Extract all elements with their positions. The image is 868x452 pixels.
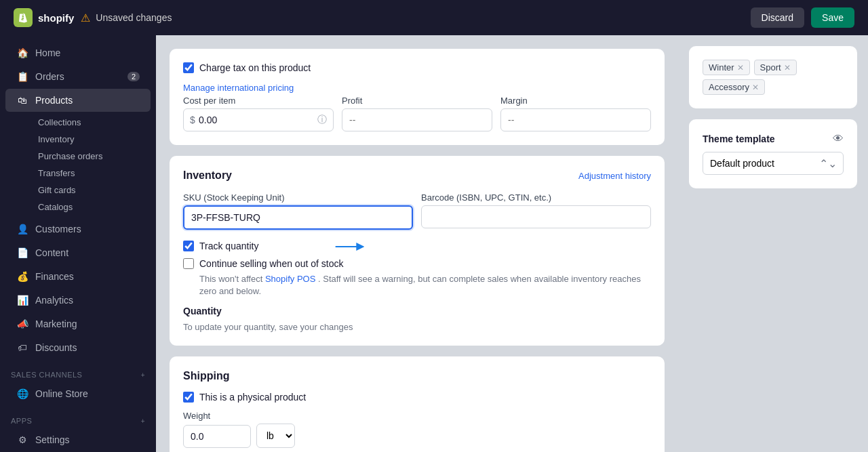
sidebar-item-transfers[interactable]: Transfers — [30, 165, 156, 182]
apps-section: Apps + — [0, 406, 156, 428]
sidebar-item-orders-label: Orders — [35, 71, 64, 82]
tag-accessory-remove[interactable]: ✕ — [752, 83, 759, 92]
margin-input[interactable] — [500, 108, 651, 131]
margin-field: Margin — [500, 96, 651, 131]
tag-accessory: Accessory ✕ — [703, 79, 765, 95]
continue-selling-checkbox[interactable] — [183, 258, 194, 269]
sidebar-item-products-label: Products — [35, 95, 73, 106]
quantity-title: Quantity — [183, 306, 651, 316]
main-content: Charge tax on this product Manage intern… — [156, 35, 868, 452]
pricing-card: Charge tax on this product Manage intern… — [170, 49, 665, 145]
sidebar-item-customers[interactable]: 👤 Customers — [5, 218, 151, 241]
unsaved-banner: ⚠ Unsaved changes — [81, 12, 172, 24]
tag-winter-remove[interactable]: ✕ — [737, 63, 744, 73]
tags-card: Winter ✕ Sport ✕ Accessory ✕ — [689, 46, 857, 108]
apps-expand-icon[interactable]: + — [141, 417, 145, 425]
physical-product-label: This is a physical product — [199, 392, 306, 403]
sidebar-item-discounts[interactable]: 🏷 Discounts — [5, 336, 151, 359]
theme-template-card: Theme template 👁 Default product ⌃⌄ — [689, 119, 857, 188]
inventory-header: Inventory Adjustment history — [183, 169, 651, 182]
cost-input[interactable] — [183, 108, 334, 131]
arrow-annotation — [331, 240, 372, 253]
sku-barcode-row: SKU (Stock Keeping Unit) Barcode (ISBN, … — [183, 192, 651, 230]
cost-per-item-label: Cost per item — [183, 96, 334, 106]
pos-notice: This won't affect Shopify POS . Staff wi… — [199, 273, 651, 297]
sidebar-item-collections[interactable]: Collections — [30, 114, 156, 131]
sidebar-item-home[interactable]: 🏠 Home — [5, 41, 151, 64]
sidebar-item-orders[interactable]: 📋 Orders 2 — [5, 65, 151, 88]
profit-input[interactable] — [342, 108, 492, 131]
continue-selling-label: Continue selling when out of stock — [199, 258, 343, 269]
sales-channels-section: Sales channels + — [0, 360, 156, 382]
track-quantity-checkbox[interactable] — [183, 241, 194, 251]
cost-per-item-field: Cost per item $ ⓘ — [183, 96, 334, 131]
save-button[interactable]: Save — [811, 7, 854, 28]
weight-label: Weight — [183, 411, 319, 421]
weight-unit-select[interactable]: lb kg oz g — [256, 424, 295, 448]
sku-field: SKU (Stock Keeping Unit) — [183, 192, 413, 230]
sidebar-item-settings[interactable]: ⚙ Settings — [5, 428, 151, 451]
profit-label: Profit — [342, 96, 492, 106]
pos-notice-text1: This won't affect — [199, 274, 262, 284]
physical-product-checkbox[interactable] — [183, 392, 194, 403]
barcode-label: Barcode (ISBN, UPC, GTIN, etc.) — [421, 192, 651, 203]
sidebar-item-online-store[interactable]: 🌐 Online Store — [5, 382, 151, 405]
warning-icon: ⚠ — [81, 12, 90, 24]
sidebar-item-catalogs[interactable]: Catalogs — [30, 199, 156, 215]
right-panel: Winter ✕ Sport ✕ Accessory ✕ — [678, 35, 868, 452]
quantity-section: Quantity To update your quantity, save y… — [183, 306, 651, 332]
continue-selling-row: Continue selling when out of stock — [183, 258, 651, 269]
shipping-title: Shipping — [183, 370, 651, 382]
sku-label: SKU (Stock Keeping Unit) — [183, 192, 413, 203]
marketing-icon: 📣 — [16, 318, 28, 330]
finances-icon: 💰 — [16, 270, 28, 283]
tag-winter-label: Winter — [709, 62, 734, 73]
sidebar-item-gift-cards[interactable]: Gift cards — [30, 182, 156, 199]
inventory-title: Inventory — [183, 169, 232, 182]
analytics-icon: 📊 — [16, 294, 28, 306]
theme-template-label: Theme template — [703, 133, 775, 144]
barcode-input[interactable] — [421, 205, 651, 228]
weight-field: Weight lb kg oz g — [183, 411, 319, 448]
shopify-logo: shopify — [14, 8, 74, 27]
sidebar-item-products[interactable]: 🛍 Products — [5, 89, 151, 112]
topbar-left: shopify ⚠ Unsaved changes — [14, 8, 172, 27]
sidebar-item-content[interactable]: 📄 Content — [5, 241, 151, 264]
manage-international-pricing-link[interactable]: Manage international pricing — [183, 83, 294, 93]
center-panel: Charge tax on this product Manage intern… — [156, 35, 678, 452]
sidebar-subnav-products: Collections Inventory Purchase orders Tr… — [0, 112, 156, 217]
sidebar-item-analytics[interactable]: 📊 Analytics — [5, 289, 151, 312]
shopify-pos-link[interactable]: Shopify POS — [265, 274, 315, 284]
orders-icon: 📋 — [16, 70, 28, 83]
cost-input-wrap: $ ⓘ — [183, 108, 334, 131]
discounts-icon: 🏷 — [16, 342, 28, 354]
sidebar-item-purchase-orders[interactable]: Purchase orders — [30, 148, 156, 165]
theme-select-wrap: Default product ⌃⌄ — [703, 152, 844, 175]
weight-input[interactable] — [183, 425, 251, 448]
sidebar-item-customers-label: Customers — [35, 224, 81, 234]
sidebar-item-marketing[interactable]: 📣 Marketing — [5, 312, 151, 335]
topbar: shopify ⚠ Unsaved changes Discard Save — [0, 0, 868, 35]
sidebar-item-finances-label: Finances — [35, 271, 74, 282]
theme-select[interactable]: Default product — [703, 152, 844, 175]
discard-button[interactable]: Discard — [751, 7, 804, 28]
orders-badge: 2 — [127, 72, 140, 81]
sidebar-nav: 🏠 Home 📋 Orders 2 🛍 Products Collections… — [0, 35, 156, 452]
app-body: 🏠 Home 📋 Orders 2 🛍 Products Collections… — [0, 35, 868, 452]
theme-eye-icon[interactable]: 👁 — [833, 133, 844, 145]
customers-icon: 👤 — [16, 223, 28, 235]
sidebar-item-inventory[interactable]: Inventory — [30, 131, 156, 148]
sidebar-item-online-store-label: Online Store — [35, 388, 88, 399]
weight-row: lb kg oz g — [183, 424, 319, 448]
cost-suffix-icon: ⓘ — [317, 114, 327, 126]
tag-sport-remove[interactable]: ✕ — [784, 63, 791, 73]
adjustment-history-link[interactable]: Adjustment history — [578, 171, 651, 181]
sales-channels-expand-icon[interactable]: + — [141, 371, 145, 379]
sidebar-item-finances[interactable]: 💰 Finances — [5, 265, 151, 288]
sku-input[interactable] — [183, 205, 413, 230]
pricing-fields-row: Cost per item $ ⓘ Profit — [183, 96, 651, 131]
tag-sport: Sport ✕ — [754, 60, 797, 75]
track-quantity-row: Track quantity — [183, 241, 651, 251]
tag-sport-label: Sport — [760, 62, 781, 73]
charge-tax-checkbox[interactable] — [183, 62, 194, 73]
